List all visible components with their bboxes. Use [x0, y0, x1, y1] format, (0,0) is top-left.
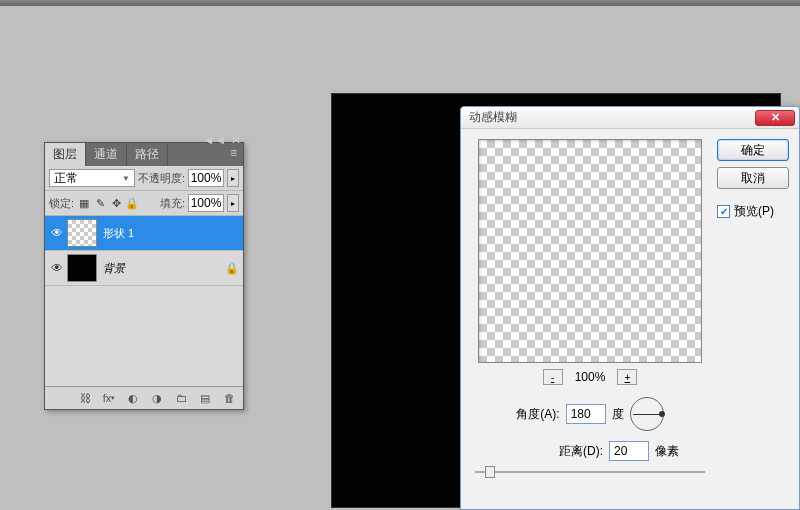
zoom-in-button[interactable]: +: [617, 369, 637, 385]
new-layer-icon[interactable]: ▤: [197, 391, 213, 405]
angle-input[interactable]: 180: [566, 404, 606, 424]
preview-image[interactable]: [478, 139, 702, 363]
angle-label: 角度(A):: [516, 406, 559, 423]
distance-row: 距离(D): 20 像素: [475, 441, 705, 461]
app-top-strip: [0, 0, 800, 6]
fill-flyout-icon[interactable]: ▸: [227, 194, 239, 212]
preview-checkbox-label: 预览(P): [734, 203, 774, 220]
panel-collapse-icon[interactable]: ◄◄: [202, 133, 226, 147]
dialog-title: 动感模糊: [469, 109, 517, 126]
tab-layers[interactable]: 图层: [45, 143, 86, 166]
preview-checkbox[interactable]: ✔: [717, 205, 730, 218]
lock-all-icon[interactable]: 🔒: [125, 196, 139, 210]
layer-name: 背景: [103, 261, 125, 276]
lock-position-icon[interactable]: ✥: [109, 196, 123, 210]
panel-footer: ⛓ fx▾ ◐ ◑ 🗀 ▤ 🗑: [45, 386, 243, 409]
tab-paths[interactable]: 路径: [127, 143, 168, 166]
fill-value[interactable]: 100%: [188, 194, 224, 212]
layers-panel: ◄◄ ✕ 图层 通道 路径 ≡ 正常 ▼ 不透明度: 100% ▸ 锁定: ▦ …: [44, 142, 244, 410]
layer-row[interactable]: 👁 背景 🔒: [45, 251, 243, 286]
opacity-value[interactable]: 100%: [188, 169, 224, 187]
layer-thumbnail[interactable]: [67, 219, 97, 247]
layers-list: 👁 形状 1 👁 背景 🔒: [45, 216, 243, 386]
distance-unit: 像素: [655, 443, 679, 460]
slider-thumb[interactable]: [485, 466, 495, 478]
lock-icon: 🔒: [225, 262, 239, 275]
preview-checkbox-row: ✔ 预览(P): [717, 203, 789, 220]
angle-row: 角度(A): 180 度: [475, 397, 705, 431]
lock-paint-icon[interactable]: ✎: [93, 196, 107, 210]
filter-controls: 角度(A): 180 度 距离(D): 20 像素: [471, 397, 709, 475]
zoom-value: 100%: [575, 370, 606, 384]
preview-column: - 100% + 角度(A): 180 度 距离(D): 20 像素: [471, 139, 709, 475]
layer-mask-icon[interactable]: ◐: [125, 391, 141, 405]
delete-layer-icon[interactable]: 🗑: [221, 391, 237, 405]
layer-name: 形状 1: [103, 226, 134, 241]
motion-blur-dialog: 动感模糊 ✕ - 100% + 角度(A): 180 度 距离(D): 20: [460, 106, 800, 510]
blend-mode-select[interactable]: 正常 ▼: [49, 169, 135, 187]
visibility-icon[interactable]: 👁: [49, 225, 65, 241]
ok-button[interactable]: 确定: [717, 139, 789, 161]
angle-dial[interactable]: [630, 397, 664, 431]
layer-thumbnail[interactable]: [67, 254, 97, 282]
lock-transparent-icon[interactable]: ▦: [77, 196, 91, 210]
zoom-controls: - 100% +: [543, 369, 638, 385]
chevron-down-icon: ▼: [122, 174, 130, 183]
lock-icons-group: ▦ ✎ ✥ 🔒: [77, 196, 139, 210]
blend-mode-value: 正常: [54, 170, 78, 187]
opacity-flyout-icon[interactable]: ▸: [227, 169, 239, 187]
distance-label: 距离(D):: [559, 443, 603, 460]
lock-row: 锁定: ▦ ✎ ✥ 🔒 填充: 100% ▸: [45, 191, 243, 216]
layer-row[interactable]: 👁 形状 1: [45, 216, 243, 251]
zoom-out-button[interactable]: -: [543, 369, 563, 385]
visibility-icon[interactable]: 👁: [49, 260, 65, 276]
blend-row: 正常 ▼ 不透明度: 100% ▸: [45, 166, 243, 191]
layer-fx-icon[interactable]: fx▾: [101, 391, 117, 405]
layer-group-icon[interactable]: 🗀: [173, 391, 189, 405]
link-layers-icon[interactable]: ⛓: [77, 391, 93, 405]
fill-label: 填充:: [160, 196, 185, 211]
cancel-button[interactable]: 取消: [717, 167, 789, 189]
button-column: 确定 取消 ✔ 预览(P): [717, 139, 789, 475]
dialog-titlebar[interactable]: 动感模糊 ✕: [461, 107, 799, 129]
opacity-label: 不透明度:: [138, 171, 185, 186]
panel-controls: ◄◄ ✕: [200, 133, 241, 147]
angle-unit: 度: [612, 406, 624, 423]
panel-close-icon[interactable]: ✕: [231, 133, 241, 147]
distance-slider[interactable]: [475, 471, 705, 473]
dialog-body: - 100% + 角度(A): 180 度 距离(D): 20 像素: [461, 129, 799, 485]
lock-label: 锁定:: [49, 196, 74, 211]
tab-channels[interactable]: 通道: [86, 143, 127, 166]
distance-input[interactable]: 20: [609, 441, 649, 461]
close-button[interactable]: ✕: [755, 110, 795, 126]
adjustment-layer-icon[interactable]: ◑: [149, 391, 165, 405]
